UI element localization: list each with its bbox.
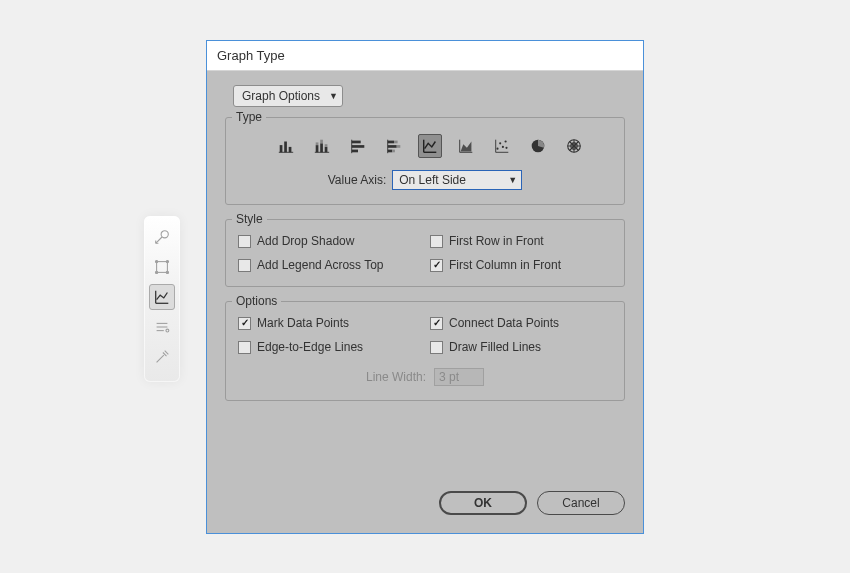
- svg-point-0: [161, 231, 168, 238]
- area-graph-icon[interactable]: [454, 134, 478, 158]
- svg-point-27: [502, 146, 504, 148]
- svg-rect-13: [320, 140, 323, 144]
- checkbox-first-row-in-front[interactable]: First Row in Front: [430, 234, 612, 248]
- svg-point-6: [166, 329, 169, 332]
- column-graph-icon[interactable]: [274, 134, 298, 158]
- svg-point-4: [155, 271, 157, 273]
- svg-point-28: [505, 140, 507, 142]
- svg-point-29: [505, 147, 507, 149]
- svg-rect-15: [325, 144, 328, 147]
- checkbox-label: Mark Data Points: [257, 316, 349, 330]
- line-graph-tool-icon[interactable]: [149, 284, 175, 310]
- checkbox-add-drop-shadow[interactable]: Add Drop Shadow: [238, 234, 420, 248]
- checkbox-box: [238, 317, 251, 330]
- value-axis-row: Value Axis: On Left Side ▼: [236, 170, 614, 190]
- svg-point-2: [155, 260, 157, 262]
- checkbox-label: Add Drop Shadow: [257, 234, 354, 248]
- svg-rect-17: [352, 145, 365, 148]
- svg-point-25: [496, 148, 498, 150]
- dialog-title: Graph Type: [207, 41, 643, 71]
- checkbox-edge-to-edge-lines[interactable]: Edge-to-Edge Lines: [238, 340, 420, 354]
- svg-point-5: [166, 271, 168, 273]
- svg-rect-9: [289, 147, 292, 152]
- graph-options-selector[interactable]: Graph Options ▼: [233, 85, 343, 107]
- svg-rect-7: [280, 145, 283, 152]
- value-axis-select[interactable]: On Left Side ▼: [392, 170, 522, 190]
- svg-point-3: [166, 260, 168, 262]
- scale-tool-icon[interactable]: [149, 224, 175, 250]
- chevron-down-icon: ▼: [329, 91, 338, 101]
- value-axis-label: Value Axis:: [328, 173, 386, 187]
- style-fieldset: Style Add Drop Shadow First Row in Front…: [225, 219, 625, 287]
- dialog-body: Graph Options ▼ Type: [207, 71, 643, 533]
- checkbox-connect-data-points[interactable]: Connect Data Points: [430, 316, 612, 330]
- checkbox-mark-data-points[interactable]: Mark Data Points: [238, 316, 420, 330]
- cancel-button-label: Cancel: [562, 496, 599, 510]
- options-fieldset: Options Mark Data Points Connect Data Po…: [225, 301, 625, 401]
- line-width-field: 3 pt: [434, 368, 484, 386]
- checkbox-box: [430, 317, 443, 330]
- chevron-down-icon: ▼: [508, 175, 517, 185]
- checkbox-label: First Column in Front: [449, 258, 561, 272]
- line-graph-icon[interactable]: [418, 134, 442, 158]
- checkbox-box: [430, 235, 443, 248]
- stacked-bar-graph-icon[interactable]: [382, 134, 406, 158]
- svg-rect-14: [325, 147, 328, 152]
- checkbox-draw-filled-lines[interactable]: Draw Filled Lines: [430, 340, 612, 354]
- bar-graph-icon[interactable]: [346, 134, 370, 158]
- svg-rect-19: [388, 141, 394, 144]
- svg-rect-21: [388, 145, 397, 148]
- options-legend: Options: [232, 294, 281, 308]
- tool-palette: [144, 216, 180, 382]
- type-fieldset: Type: [225, 117, 625, 205]
- svg-rect-10: [316, 145, 319, 152]
- style-legend: Style: [232, 212, 267, 226]
- svg-rect-12: [320, 143, 323, 152]
- checkbox-box: [430, 259, 443, 272]
- value-axis-select-value: On Left Side: [399, 173, 466, 187]
- svg-rect-8: [284, 142, 287, 153]
- ok-button[interactable]: OK: [439, 491, 527, 515]
- graph-options-selector-label: Graph Options: [242, 89, 320, 103]
- cancel-button[interactable]: Cancel: [537, 491, 625, 515]
- ok-button-label: OK: [474, 496, 492, 510]
- line-width-row: Line Width: 3 pt: [236, 368, 614, 386]
- svg-rect-1: [157, 262, 168, 273]
- line-width-label: Line Width:: [366, 370, 426, 384]
- svg-rect-20: [394, 141, 398, 144]
- dialog-footer: OK Cancel: [225, 471, 625, 515]
- stacked-column-graph-icon[interactable]: [310, 134, 334, 158]
- checkbox-add-legend-across-top[interactable]: Add Legend Across Top: [238, 258, 420, 272]
- scatter-graph-icon[interactable]: [490, 134, 514, 158]
- svg-rect-18: [352, 150, 358, 153]
- svg-point-26: [499, 142, 501, 144]
- graph-type-dialog: Graph Type Graph Options ▼ Type: [206, 40, 644, 534]
- checkbox-label: First Row in Front: [449, 234, 544, 248]
- checkbox-label: Edge-to-Edge Lines: [257, 340, 363, 354]
- shape-builder-tool-icon[interactable]: [149, 314, 175, 340]
- checkbox-box: [238, 235, 251, 248]
- eyedropper-tool-icon[interactable]: [149, 344, 175, 370]
- svg-rect-22: [397, 145, 401, 148]
- svg-rect-11: [316, 142, 319, 145]
- svg-rect-16: [352, 141, 361, 144]
- type-legend: Type: [232, 110, 266, 124]
- svg-rect-24: [392, 150, 395, 153]
- checkbox-box: [238, 259, 251, 272]
- checkbox-label: Connect Data Points: [449, 316, 559, 330]
- checkbox-label: Draw Filled Lines: [449, 340, 541, 354]
- checkbox-box: [238, 341, 251, 354]
- free-transform-tool-icon[interactable]: [149, 254, 175, 280]
- checkbox-box: [430, 341, 443, 354]
- checkbox-first-column-in-front[interactable]: First Column in Front: [430, 258, 612, 272]
- svg-rect-23: [388, 150, 393, 153]
- pie-graph-icon[interactable]: [526, 134, 550, 158]
- checkbox-label: Add Legend Across Top: [257, 258, 384, 272]
- radar-graph-icon[interactable]: [562, 134, 586, 158]
- graph-type-icons-row: [236, 128, 614, 170]
